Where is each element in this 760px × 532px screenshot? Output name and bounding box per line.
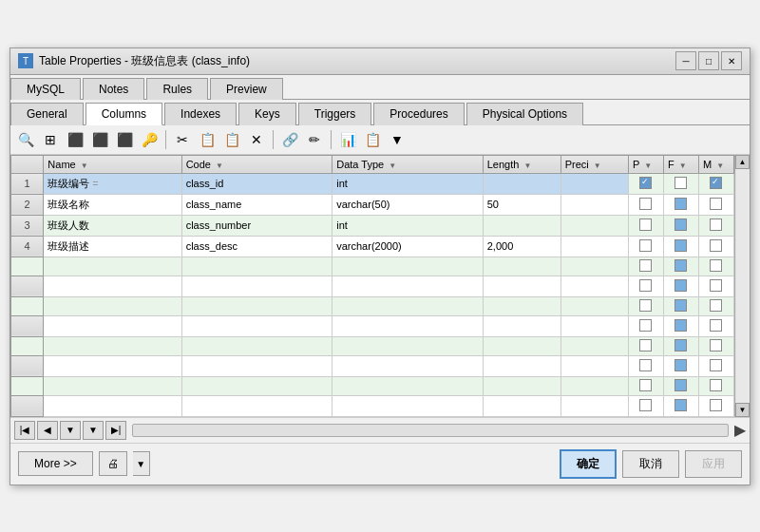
cell-m-2[interactable] [698,194,733,215]
nav-down-button[interactable]: ▼ [83,421,104,440]
vertical-scrollbar[interactable]: ▲ ▼ [734,155,750,417]
scroll-right-icon[interactable]: ▶ [734,421,746,439]
link-button[interactable]: 🔗 [278,128,301,151]
edit-button[interactable]: ✏ [303,128,326,151]
checkbox-p-2[interactable] [639,198,652,210]
tab-procedures[interactable]: Procedures [373,103,464,125]
cell-code-4[interactable]: class_desc [181,236,332,256]
tab-indexes[interactable]: Indexes [164,103,237,125]
cell-f-1[interactable] [663,173,698,194]
checkbox-f-2[interactable] [674,198,687,210]
checkbox-m-1[interactable] [710,177,722,189]
paste-button[interactable]: 📋 [220,128,243,151]
tab-physical-options[interactable]: Physical Options [466,103,583,125]
cell-preci-3[interactable] [560,215,628,236]
table-row[interactable]: 3 班级人数 class_number int [11,215,734,236]
tab-triggers[interactable]: Triggers [298,103,372,125]
cell-p-2[interactable] [628,194,663,215]
table-row[interactable]: 2 班级名称 class_name varchar(50) 50 [11,194,734,215]
cell-code-1[interactable]: class_id [181,173,332,194]
cut-button[interactable]: ✂ [171,128,194,151]
insert-row-button[interactable]: ⬛ [64,128,86,151]
header-preci[interactable]: Preci ▼ [560,155,628,173]
cell-p-4[interactable] [628,236,663,256]
apply-button[interactable]: 应用 [685,450,742,478]
export-button[interactable]: 📋 [361,128,384,151]
checkbox-m-2[interactable] [710,198,722,210]
nav-last-button[interactable]: ▶| [105,421,126,440]
nav-next-button[interactable]: ▼ [60,421,81,440]
cell-length-2[interactable]: 50 [483,194,560,215]
header-name[interactable]: Name ▼ [44,155,181,173]
minimize-button[interactable]: ─ [675,51,696,70]
table-row[interactable]: 4 班级描述 class_desc varchar(2000) 2,000 [11,236,734,256]
header-m[interactable]: M ▼ [698,155,733,173]
scroll-up-button[interactable]: ▲ [735,155,750,169]
cell-length-3[interactable] [483,215,560,236]
checkbox-p-1[interactable] [639,177,652,189]
table-row[interactable]: 1 班级编号 = class_id int [11,173,734,194]
scroll-track[interactable] [736,169,750,403]
cell-name-1[interactable]: 班级编号 = [44,173,181,194]
cell-datatype-4[interactable]: varchar(2000) [332,236,484,256]
key-button[interactable]: 🔑 [138,128,161,151]
cell-datatype-2[interactable]: varchar(50) [332,194,484,215]
tab-notes[interactable]: Notes [83,78,144,100]
tab-preview[interactable]: Preview [210,78,283,100]
print-dropdown-button[interactable]: ▼ [133,451,150,476]
tab-keys[interactable]: Keys [238,103,296,125]
cell-length-4[interactable]: 2,000 [483,236,560,256]
nav-first-button[interactable]: |◀ [14,421,35,440]
checkbox-f-3[interactable] [674,218,687,231]
cell-code-2[interactable]: class_name [181,194,332,215]
tab-columns[interactable]: Columns [86,103,162,125]
close-button[interactable]: ✕ [721,51,742,70]
horizontal-scrollbar[interactable] [132,424,729,437]
cell-m-4[interactable] [698,236,733,256]
cell-name-3[interactable]: 班级人数 [44,215,181,236]
checkbox-p-3[interactable] [639,218,652,231]
cell-m-1[interactable] [698,173,733,194]
move-up-button[interactable]: ⬛ [88,128,111,151]
checkbox-f-4[interactable] [674,239,687,252]
confirm-button[interactable]: 确定 [560,449,617,479]
maximize-button[interactable]: □ [698,51,719,70]
tab-mysql[interactable]: MySQL [10,78,81,100]
scroll-down-button[interactable]: ▼ [735,403,750,417]
cell-preci-4[interactable] [560,236,628,256]
header-f[interactable]: F ▼ [663,155,698,173]
tab-general[interactable]: General [10,103,84,125]
header-datatype[interactable]: Data Type ▼ [332,155,484,173]
move-down-button[interactable]: ⬛ [113,128,136,151]
cell-p-1[interactable] [628,173,663,194]
cell-length-1[interactable] [483,173,560,194]
copy-button[interactable]: 📋 [196,128,218,151]
cell-name-2[interactable]: 班级名称 [44,194,181,215]
cell-code-3[interactable]: class_number [181,215,332,236]
find-button[interactable]: 🔍 [14,128,37,151]
cell-preci-2[interactable] [560,194,628,215]
tab-rules[interactable]: Rules [146,78,208,100]
checkbox-m-3[interactable] [710,218,722,231]
more-button[interactable]: More >> [18,451,93,476]
header-p[interactable]: P ▼ [628,155,663,173]
cell-m-3[interactable] [698,215,733,236]
header-code[interactable]: Code ▼ [181,155,332,173]
dropdown-arrow-button[interactable]: ▼ [386,128,408,151]
cell-preci-1[interactable] [560,173,628,194]
print-button[interactable]: 🖨 [99,451,127,476]
delete-button[interactable]: ✕ [245,128,268,151]
header-length[interactable]: Length ▼ [483,155,560,173]
cancel-button[interactable]: 取消 [622,450,679,478]
checkbox-m-4[interactable] [710,239,722,252]
add-row-button[interactable]: ⊞ [39,128,62,151]
cell-f-3[interactable] [663,215,698,236]
cell-f-2[interactable] [663,194,698,215]
cell-datatype-3[interactable]: int [332,215,484,236]
nav-prev-button[interactable]: ◀ [37,421,58,440]
cell-f-4[interactable] [663,236,698,256]
cell-name-4[interactable]: 班级描述 [44,236,181,256]
cell-p-3[interactable] [628,215,663,236]
cell-datatype-1[interactable]: int [332,173,484,194]
grid-button[interactable]: 📊 [336,128,359,151]
